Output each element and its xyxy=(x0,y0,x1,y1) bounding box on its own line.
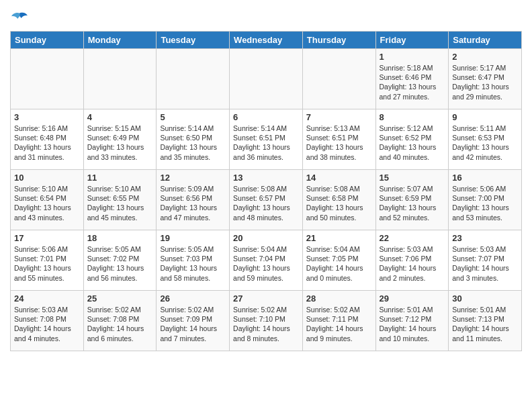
calendar-cell: 22Sunrise: 5:03 AM Sunset: 7:06 PM Dayli… xyxy=(375,230,449,291)
calendar-cell: 3Sunrise: 5:16 AM Sunset: 6:48 PM Daylig… xyxy=(11,109,84,170)
day-number: 25 xyxy=(87,293,153,304)
day-number: 6 xyxy=(233,112,299,122)
day-info: Sunrise: 5:02 AM Sunset: 7:08 PM Dayligh… xyxy=(87,305,153,343)
calendar-header-row: SundayMondayTuesdayWednesdayThursdayFrid… xyxy=(11,32,522,49)
day-info: Sunrise: 5:10 AM Sunset: 6:54 PM Dayligh… xyxy=(14,184,80,222)
day-info: Sunrise: 5:01 AM Sunset: 7:12 PM Dayligh… xyxy=(380,305,445,343)
day-info: Sunrise: 5:02 AM Sunset: 7:11 PM Dayligh… xyxy=(306,305,372,343)
calendar-cell: 14Sunrise: 5:08 AM Sunset: 6:58 PM Dayli… xyxy=(302,170,375,230)
day-number: 1 xyxy=(380,52,445,62)
calendar-cell xyxy=(11,49,84,109)
day-info: Sunrise: 5:15 AM Sunset: 6:49 PM Dayligh… xyxy=(87,124,153,162)
day-info: Sunrise: 5:14 AM Sunset: 6:51 PM Dayligh… xyxy=(233,124,299,162)
calendar-cell: 1Sunrise: 5:18 AM Sunset: 6:46 PM Daylig… xyxy=(375,49,449,109)
calendar-header-thursday: Thursday xyxy=(302,32,375,49)
calendar-header-tuesday: Tuesday xyxy=(157,32,230,49)
bird-icon xyxy=(10,11,29,26)
calendar-cell: 2Sunrise: 5:17 AM Sunset: 6:47 PM Daylig… xyxy=(449,49,522,109)
day-number: 27 xyxy=(233,293,299,304)
calendar-header-wednesday: Wednesday xyxy=(230,32,303,49)
day-number: 11 xyxy=(87,173,153,183)
day-number: 17 xyxy=(14,233,80,243)
calendar-cell: 11Sunrise: 5:10 AM Sunset: 6:55 PM Dayli… xyxy=(83,170,157,230)
day-info: Sunrise: 5:04 AM Sunset: 7:05 PM Dayligh… xyxy=(306,244,372,283)
calendar-cell: 21Sunrise: 5:04 AM Sunset: 7:05 PM Dayli… xyxy=(302,230,375,291)
calendar-header-sunday: Sunday xyxy=(11,32,84,49)
day-number: 29 xyxy=(380,293,445,304)
day-info: Sunrise: 5:02 AM Sunset: 7:10 PM Dayligh… xyxy=(233,305,299,343)
calendar-cell: 7Sunrise: 5:13 AM Sunset: 6:51 PM Daylig… xyxy=(302,109,375,170)
day-info: Sunrise: 5:17 AM Sunset: 6:47 PM Dayligh… xyxy=(452,63,518,101)
calendar-cell: 29Sunrise: 5:01 AM Sunset: 7:12 PM Dayli… xyxy=(375,291,449,351)
day-number: 20 xyxy=(233,233,299,243)
calendar-cell: 16Sunrise: 5:06 AM Sunset: 7:00 PM Dayli… xyxy=(449,170,522,230)
calendar-week-2: 3Sunrise: 5:16 AM Sunset: 6:48 PM Daylig… xyxy=(11,109,522,170)
logo xyxy=(10,11,32,26)
day-number: 16 xyxy=(452,173,518,183)
day-info: Sunrise: 5:13 AM Sunset: 6:51 PM Dayligh… xyxy=(306,124,372,162)
day-number: 7 xyxy=(306,112,372,122)
calendar-cell xyxy=(230,49,303,109)
day-info: Sunrise: 5:03 AM Sunset: 7:06 PM Dayligh… xyxy=(380,244,445,283)
day-number: 28 xyxy=(306,293,372,304)
day-info: Sunrise: 5:03 AM Sunset: 7:07 PM Dayligh… xyxy=(452,244,518,283)
calendar-cell: 26Sunrise: 5:02 AM Sunset: 7:09 PM Dayli… xyxy=(157,291,230,351)
day-info: Sunrise: 5:12 AM Sunset: 6:52 PM Dayligh… xyxy=(380,124,445,162)
day-number: 21 xyxy=(306,233,372,243)
day-number: 9 xyxy=(452,112,518,122)
calendar-cell: 24Sunrise: 5:03 AM Sunset: 7:08 PM Dayli… xyxy=(11,291,84,351)
day-info: Sunrise: 5:11 AM Sunset: 6:53 PM Dayligh… xyxy=(452,124,518,162)
day-number: 15 xyxy=(380,173,445,183)
day-info: Sunrise: 5:14 AM Sunset: 6:50 PM Dayligh… xyxy=(160,124,226,162)
calendar-cell xyxy=(302,49,375,109)
day-info: Sunrise: 5:09 AM Sunset: 6:56 PM Dayligh… xyxy=(160,184,226,222)
day-info: Sunrise: 5:03 AM Sunset: 7:08 PM Dayligh… xyxy=(14,305,80,343)
day-number: 14 xyxy=(306,173,372,183)
calendar-cell: 25Sunrise: 5:02 AM Sunset: 7:08 PM Dayli… xyxy=(83,291,157,351)
calendar-header-saturday: Saturday xyxy=(449,32,522,49)
day-info: Sunrise: 5:16 AM Sunset: 6:48 PM Dayligh… xyxy=(14,124,80,162)
calendar-cell: 5Sunrise: 5:14 AM Sunset: 6:50 PM Daylig… xyxy=(157,109,230,170)
day-number: 26 xyxy=(160,293,226,304)
day-info: Sunrise: 5:05 AM Sunset: 7:02 PM Dayligh… xyxy=(87,244,153,283)
day-number: 30 xyxy=(452,293,518,304)
day-number: 24 xyxy=(14,293,80,304)
calendar-cell: 18Sunrise: 5:05 AM Sunset: 7:02 PM Dayli… xyxy=(83,230,157,291)
day-number: 5 xyxy=(160,112,226,122)
calendar-cell: 13Sunrise: 5:08 AM Sunset: 6:57 PM Dayli… xyxy=(230,170,303,230)
day-number: 4 xyxy=(87,112,153,122)
calendar-cell: 6Sunrise: 5:14 AM Sunset: 6:51 PM Daylig… xyxy=(230,109,303,170)
calendar-cell: 20Sunrise: 5:04 AM Sunset: 7:04 PM Dayli… xyxy=(230,230,303,291)
day-number: 10 xyxy=(14,173,80,183)
calendar-cell: 10Sunrise: 5:10 AM Sunset: 6:54 PM Dayli… xyxy=(11,170,84,230)
day-number: 22 xyxy=(380,233,445,243)
day-info: Sunrise: 5:18 AM Sunset: 6:46 PM Dayligh… xyxy=(380,63,445,101)
calendar-header-friday: Friday xyxy=(375,32,449,49)
calendar-cell: 23Sunrise: 5:03 AM Sunset: 7:07 PM Dayli… xyxy=(449,230,522,291)
calendar-cell: 27Sunrise: 5:02 AM Sunset: 7:10 PM Dayli… xyxy=(230,291,303,351)
day-number: 23 xyxy=(452,233,518,243)
day-info: Sunrise: 5:08 AM Sunset: 6:57 PM Dayligh… xyxy=(233,184,299,222)
calendar-cell: 15Sunrise: 5:07 AM Sunset: 6:59 PM Dayli… xyxy=(375,170,449,230)
calendar-cell: 17Sunrise: 5:06 AM Sunset: 7:01 PM Dayli… xyxy=(11,230,84,291)
day-info: Sunrise: 5:08 AM Sunset: 6:58 PM Dayligh… xyxy=(306,184,372,222)
calendar-week-5: 24Sunrise: 5:03 AM Sunset: 7:08 PM Dayli… xyxy=(11,291,522,351)
day-number: 8 xyxy=(380,112,445,122)
day-number: 12 xyxy=(160,173,226,183)
header xyxy=(10,7,522,26)
day-info: Sunrise: 5:02 AM Sunset: 7:09 PM Dayligh… xyxy=(160,305,226,343)
calendar-table: SundayMondayTuesdayWednesdayThursdayFrid… xyxy=(10,31,522,351)
day-info: Sunrise: 5:04 AM Sunset: 7:04 PM Dayligh… xyxy=(233,244,299,283)
calendar-cell: 19Sunrise: 5:05 AM Sunset: 7:03 PM Dayli… xyxy=(157,230,230,291)
calendar-header-monday: Monday xyxy=(83,32,157,49)
day-number: 2 xyxy=(452,52,518,62)
calendar-cell: 4Sunrise: 5:15 AM Sunset: 6:49 PM Daylig… xyxy=(83,109,157,170)
calendar-cell: 8Sunrise: 5:12 AM Sunset: 6:52 PM Daylig… xyxy=(375,109,449,170)
calendar-week-3: 10Sunrise: 5:10 AM Sunset: 6:54 PM Dayli… xyxy=(11,170,522,230)
day-number: 19 xyxy=(160,233,226,243)
calendar-cell: 28Sunrise: 5:02 AM Sunset: 7:11 PM Dayli… xyxy=(302,291,375,351)
calendar-cell xyxy=(157,49,230,109)
day-info: Sunrise: 5:07 AM Sunset: 6:59 PM Dayligh… xyxy=(380,184,445,222)
day-number: 18 xyxy=(87,233,153,243)
calendar-cell: 9Sunrise: 5:11 AM Sunset: 6:53 PM Daylig… xyxy=(449,109,522,170)
